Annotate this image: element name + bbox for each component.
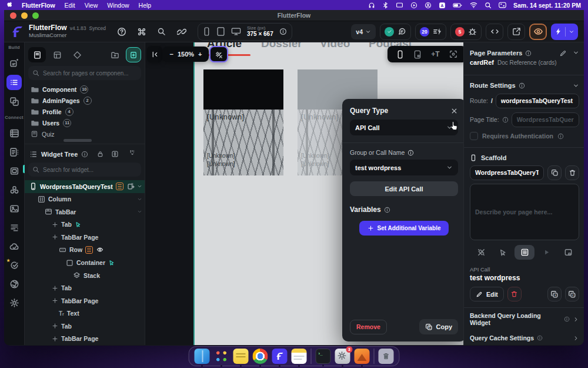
dock-finder-icon[interactable]: [195, 349, 210, 364]
edit-parameters-icon[interactable]: [559, 49, 567, 57]
nav-media-assets-icon[interactable]: [9, 203, 20, 214]
tree-row-container[interactable]: Container: [25, 256, 145, 269]
folder-adminpages[interactable]: AdminPages 2: [28, 95, 141, 106]
tab-actions-icon[interactable]: [493, 245, 513, 260]
canvas-tab-dossier[interactable]: Dossier: [261, 42, 302, 50]
scaffold-name-input[interactable]: [470, 165, 544, 180]
route-input[interactable]: [496, 94, 579, 108]
nav-components-icon[interactable]: [9, 96, 20, 107]
dock-flutterflow-icon[interactable]: [272, 349, 288, 364]
tree-row-tabbarpage-3[interactable]: TabBar Page: [25, 333, 145, 345]
tablet-preview-button[interactable]: [216, 26, 225, 37]
lint-count-badge[interactable]: 20: [420, 27, 429, 37]
info-icon[interactable]: [81, 151, 88, 158]
expand-plus-icon[interactable]: [52, 234, 58, 240]
close-icon[interactable]: [450, 107, 458, 115]
bug-icon[interactable]: [468, 27, 477, 36]
tree-row-column[interactable]: Column: [25, 193, 145, 206]
tree-row-text[interactable]: Tr Text: [25, 307, 145, 320]
tree-row-row[interactable]: Row: [25, 244, 145, 257]
dock-trash-icon[interactable]: [379, 349, 394, 364]
tree-row-page[interactable]: WordpressTabQueryTest: [25, 180, 145, 193]
nav-firestore-icon[interactable]: [9, 128, 20, 139]
nav-page-selector-icon[interactable]: [6, 75, 22, 90]
import-export-icon[interactable]: [111, 150, 119, 158]
chevron-down-icon[interactable]: [573, 82, 579, 89]
query-cache-settings-row[interactable]: Query Cache Settings: [470, 331, 579, 345]
edit-api-call-button[interactable]: Edit API Call: [350, 181, 458, 196]
info-icon[interactable]: [537, 335, 543, 341]
info-icon[interactable]: [384, 207, 390, 213]
tab-animations-icon[interactable]: [536, 245, 556, 260]
copy-scaffold-button[interactable]: [547, 165, 562, 180]
run-app-button[interactable]: [551, 24, 578, 40]
widget-search-input[interactable]: [43, 167, 137, 173]
copy-query-icon-button[interactable]: c: [565, 287, 579, 301]
tab-properties-icon[interactable]: [471, 245, 491, 260]
lock-icon[interactable]: [96, 150, 104, 158]
dock-installer-icon[interactable]: [355, 349, 370, 364]
pages-search-input[interactable]: [43, 70, 137, 77]
display-icon[interactable]: [396, 2, 403, 9]
chevron-down-icon[interactable]: [137, 197, 142, 202]
minimize-window-button[interactable]: [21, 12, 28, 19]
zoom-level[interactable]: 150%: [178, 51, 194, 58]
dock-settings-icon[interactable]: 3: [335, 349, 350, 364]
phone-preview-button[interactable]: [203, 26, 211, 37]
zoom-out-button[interactable]: −: [169, 51, 173, 58]
nav-cloud-functions-icon[interactable]: [9, 241, 20, 252]
remove-query-button[interactable]: Remove: [350, 320, 387, 334]
info-icon[interactable]: [564, 316, 570, 322]
zoom-window-button[interactable]: [32, 12, 39, 19]
nav-tests-icon[interactable]: ★: [9, 260, 20, 271]
input-source-icon[interactable]: A: [439, 2, 446, 9]
backend-query-badge[interactable]: [85, 246, 93, 254]
article-card-1[interactable]: [Unknown] [Unknown] [Unknown]: [203, 69, 283, 175]
tree-row-stack[interactable]: Stack: [25, 269, 145, 282]
desktop-preview-button[interactable]: [231, 27, 241, 36]
folder-component[interactable]: Component 10: [28, 84, 141, 95]
search-button[interactable]: [154, 24, 169, 39]
new-folder-button[interactable]: [106, 47, 123, 62]
dock-launchpad-icon[interactable]: [214, 349, 229, 364]
canvas-tablet-button[interactable]: [413, 50, 422, 59]
dock-terminal-icon[interactable]: ›_: [316, 349, 331, 364]
tree-row-tab-3[interactable]: Tab: [25, 320, 145, 333]
set-additional-variable-button[interactable]: Set Additional Variable: [359, 221, 449, 236]
backend-query-loading-row[interactable]: Backend Query Loading Widget: [470, 312, 579, 326]
delete-query-button[interactable]: [507, 287, 522, 301]
tab-pages[interactable]: [28, 47, 46, 62]
menu-help[interactable]: Help: [139, 2, 152, 9]
code-view-button[interactable]: [486, 24, 503, 40]
menu-edit[interactable]: Edit: [65, 2, 75, 9]
info-icon[interactable]: [525, 50, 532, 57]
quick-fix-icon[interactable]: [433, 27, 442, 36]
branch-selector[interactable]: v4: [351, 24, 376, 39]
menu-window[interactable]: Window: [107, 2, 129, 9]
nav-api-calls-icon[interactable]: [9, 147, 20, 158]
requires-auth-checkbox[interactable]: [470, 132, 478, 140]
nav-dashboard-icon[interactable]: [9, 58, 20, 69]
screen-record-icon[interactable]: [410, 2, 417, 9]
chevron-down-icon[interactable]: [137, 209, 142, 214]
expand-plus-icon[interactable]: [52, 297, 58, 304]
battery-icon[interactable]: [453, 2, 463, 9]
tree-row-tabbarpage-1[interactable]: TabBar Page: [25, 231, 145, 244]
chevron-down-icon[interactable]: [137, 184, 142, 189]
page-description-input[interactable]: [470, 184, 579, 240]
page-item-quiz[interactable]: Quiz: [28, 128, 141, 140]
info-icon[interactable]: [557, 133, 564, 140]
new-page-button[interactable]: [126, 47, 141, 62]
expand-plus-icon[interactable]: [52, 323, 58, 329]
error-count-badge[interactable]: 5: [455, 27, 465, 37]
chevron-down-icon[interactable]: [573, 49, 579, 56]
tree-row-tabbar[interactable]: TabBar: [25, 205, 145, 218]
copy-query-button[interactable]: C Copy: [419, 319, 459, 334]
paste-query-button[interactable]: x: [547, 287, 562, 301]
help-button[interactable]: [114, 24, 129, 39]
add-widget-icon[interactable]: [127, 183, 135, 190]
delete-scaffold-button[interactable]: [565, 165, 579, 180]
preview-mode-button[interactable]: [529, 24, 547, 40]
tab-components[interactable]: [48, 47, 66, 62]
dock-stickies-icon[interactable]: [233, 349, 249, 364]
